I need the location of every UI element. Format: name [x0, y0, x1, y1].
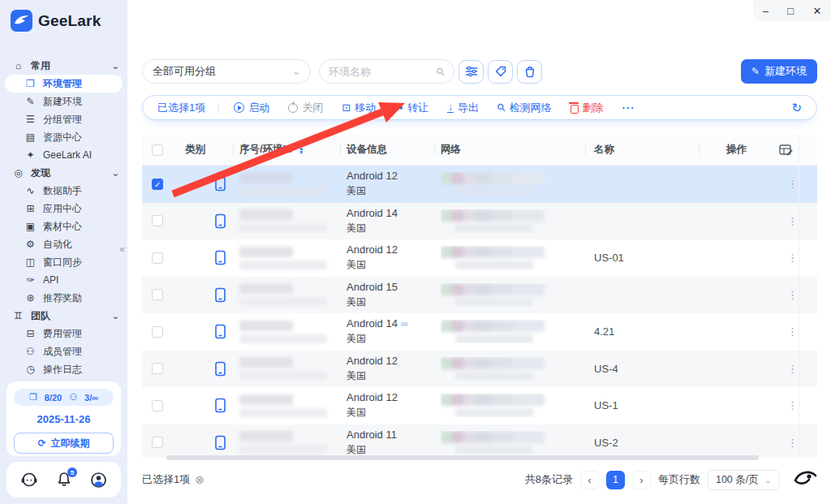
new-env-button[interactable]: ✎ 新建环境	[741, 59, 817, 84]
advanced-filter-button[interactable]	[459, 60, 484, 84]
row-menu-icon[interactable]: ⋮	[787, 437, 798, 449]
row-menu-icon[interactable]: ⋮	[787, 399, 798, 411]
select-all-checkbox[interactable]	[152, 144, 163, 156]
sidebar-item-new-env[interactable]: ✎新建环境	[0, 93, 127, 110]
support-icon	[19, 471, 39, 489]
support-button[interactable]	[19, 471, 39, 489]
close-icon[interactable]: ✕	[812, 6, 821, 16]
current-page[interactable]: 1	[606, 471, 625, 489]
row-menu-icon[interactable]: ⋮	[787, 215, 798, 227]
more-actions-button[interactable]: ···	[622, 101, 635, 114]
tags-button[interactable]	[488, 60, 513, 84]
clear-selection-icon[interactable]: ⊗	[195, 473, 205, 486]
sidebar-item-window-sync[interactable]: ◫窗口同步	[0, 253, 127, 271]
sidebar-item-members[interactable]: ⚇成员管理	[0, 342, 127, 360]
row-checkbox[interactable]	[152, 363, 163, 374]
sidebar-item-material-center[interactable]: ▣素材中心	[0, 218, 127, 235]
sort-icon[interactable]: ▲▼	[299, 146, 304, 154]
member-quota: 3/∞	[84, 393, 98, 403]
refresh-icon[interactable]: ↻	[791, 101, 802, 115]
sidebar-item-label: 环境管理	[43, 77, 82, 91]
start-button[interactable]: 启动	[234, 101, 269, 115]
row-menu-icon[interactable]: ⋮	[787, 325, 798, 338]
sidebar-nav: ⌂常用⌄❐环境管理✎新建环境☰分组管理▤资源中心✦GeeLark AI◎发现⌄∿…	[0, 57, 127, 378]
sidebar-section-discover[interactable]: ◎发现⌄	[0, 164, 127, 182]
move-button[interactable]: ⊡移动	[342, 101, 376, 115]
row-checkbox[interactable]	[152, 289, 163, 300]
row-menu-icon[interactable]: ⋮	[787, 178, 798, 190]
account-button[interactable]	[89, 471, 108, 489]
minimize-icon[interactable]: –	[763, 6, 769, 16]
group-select[interactable]: 全部可用分组 ⌄	[142, 59, 311, 84]
device-os: Android 15	[347, 281, 398, 293]
row-checkbox[interactable]	[152, 437, 163, 448]
renew-button[interactable]: ⟳ 立即续期	[14, 433, 114, 454]
brand-logo: GeeLark	[0, 0, 127, 32]
sidebar-item-label: 自动化	[43, 238, 72, 252]
planet-icon: ◎	[12, 167, 24, 179]
sidebar-item-data-assistant[interactable]: ∿数据助手	[0, 182, 127, 200]
row-checkbox[interactable]	[152, 400, 163, 411]
sidebar-section-common[interactable]: ⌂常用⌄	[0, 57, 127, 75]
row-menu-icon[interactable]: ⋮	[787, 363, 798, 375]
sidebar-item-automation[interactable]: ⚙自动化	[0, 235, 127, 253]
row-menu-icon[interactable]: ⋮	[787, 252, 798, 264]
ai-icon: ✦	[24, 149, 37, 161]
table-row[interactable]: Android 12美国⋮	[142, 166, 817, 203]
prev-page-button[interactable]: ‹	[580, 471, 599, 489]
pencil-icon: ✎	[24, 96, 37, 107]
phone-icon	[214, 287, 226, 303]
horizontal-scrollbar[interactable]	[166, 455, 759, 460]
sidebar-item-group-manage[interactable]: ☰分组管理	[0, 110, 127, 128]
env-quota-icon: ❐	[29, 392, 37, 403]
table-row[interactable]: Android 14∞美国4.21⋮	[142, 313, 817, 351]
sidebar-item-geelark-ai[interactable]: ✦GeeLark AI	[0, 146, 127, 164]
search-icon: ⚲	[437, 66, 445, 78]
rows-per-page-select[interactable]: 100 条/页 ⌄	[708, 470, 780, 490]
table-row[interactable]: Android 12美国US-1⋮	[142, 387, 817, 424]
row-checkbox[interactable]	[152, 179, 163, 190]
table-row[interactable]: Android 11美国US-2⋮	[142, 424, 817, 459]
transfer-button[interactable]: ➦转让	[394, 101, 428, 115]
table-row[interactable]: Android 14美国⋮	[142, 203, 817, 240]
sidebar-item-billing[interactable]: ⊟费用管理	[0, 325, 127, 342]
next-page-button[interactable]: ›	[632, 471, 651, 489]
column-settings-icon[interactable]	[779, 144, 793, 156]
sidebar-item-label: API	[43, 274, 58, 286]
phone-icon	[214, 435, 226, 450]
table-row[interactable]: Android 12美国US-01⋮	[142, 239, 817, 277]
windows-icon: ◫	[24, 256, 37, 268]
phone-icon	[214, 361, 226, 377]
row-checkbox[interactable]	[152, 252, 163, 264]
table-row[interactable]: Android 15美国⋮	[142, 277, 817, 314]
row-checkbox[interactable]	[152, 326, 163, 338]
row-checkbox[interactable]	[152, 215, 163, 226]
sidebar-item-resource-center[interactable]: ▤资源中心	[0, 128, 127, 146]
sidebar-item-label: 窗口同步	[43, 256, 82, 269]
grid-icon: ⊞	[24, 203, 37, 214]
check-network-button[interactable]: ⚲检测网络	[497, 101, 552, 115]
delete-button[interactable]: 删除	[571, 101, 604, 115]
row-menu-icon[interactable]: ⋮	[787, 289, 798, 301]
env-icon: ❐	[24, 78, 37, 89]
sidebar-item-logs[interactable]: ◷操作日志	[0, 360, 127, 378]
sidebar-collapse-icon[interactable]: «	[119, 243, 125, 255]
brand-name: GeeLark	[38, 12, 101, 30]
sidebar-item-api[interactable]: ✑API	[0, 271, 127, 289]
sidebar-section-team[interactable]: ♊团队⌄	[0, 307, 127, 325]
device-region: 美国	[347, 332, 407, 346]
notifications-button[interactable]: 5	[55, 471, 73, 489]
trash-icon	[571, 105, 579, 114]
chart-icon: ∿	[24, 185, 37, 196]
export-button[interactable]: ↓导出	[447, 101, 479, 115]
maximize-icon[interactable]: □	[787, 6, 794, 16]
close-env-button[interactable]: 关闭	[288, 101, 323, 115]
header-id: 序号/环境ID	[239, 143, 293, 157]
network-redacted	[441, 320, 577, 343]
table-row[interactable]: Android 12美国US-4⋮	[142, 351, 817, 388]
search-input[interactable]	[329, 66, 418, 78]
recycle-bin-button[interactable]	[517, 60, 542, 84]
sidebar-item-app-center[interactable]: ⊞应用中心	[0, 200, 127, 218]
sidebar-item-referral[interactable]: ⊛推荐奖励	[0, 289, 127, 307]
sidebar-item-env-manage[interactable]: ❐环境管理	[5, 75, 123, 93]
